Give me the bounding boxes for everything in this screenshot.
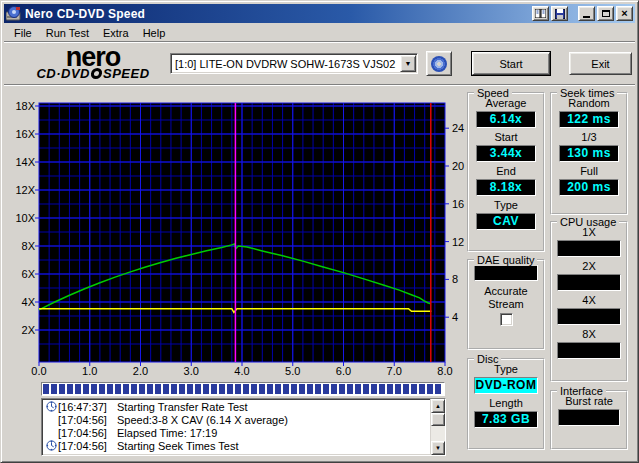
log-timestamp: [17:04:56] [58, 414, 113, 426]
y-right-tick-label: 16 [452, 199, 464, 210]
chevron-down-icon: ▼ [405, 60, 412, 67]
y-right-tick-label: 4 [452, 312, 458, 323]
log-timestamp: [16:47:37] [58, 401, 113, 413]
menu-help[interactable]: Help [136, 25, 173, 41]
dae-quality-display [474, 264, 538, 281]
dae-quality-group-title: DAE quality [474, 254, 537, 266]
random-seek-display: 122 ms [559, 111, 619, 128]
y-right-tick-label: 8 [452, 274, 458, 285]
scrollbar-track[interactable] [431, 426, 445, 441]
y-left-tick-label: 16X [7, 129, 35, 140]
cpu-usage-group: CPU usage 1X 2X 4X 8X [550, 221, 628, 382]
disc-group: Disc Type DVD-ROM Length 7.83 GB [467, 358, 545, 450]
log-box: [16:47:37]Starting Transfer Rate Test[17… [41, 398, 446, 456]
nero-cd-dvd-speed-window: Nero CD-DVD Speed × File Run Test Extra … [0, 0, 639, 463]
disc-length-label: Length [469, 397, 543, 410]
y-left-tick-label: 8X [7, 241, 35, 252]
clock-icon [44, 401, 58, 412]
save-button[interactable] [551, 6, 568, 21]
cpu-8x-label: 8X [552, 328, 626, 341]
cpu-usage-group-title: CPU usage [557, 216, 619, 228]
cpu-1x-display [557, 240, 621, 257]
average-speed-display: 6.14x [476, 111, 536, 128]
cd-dvd-speed-wordmark: CD·DVD SPEED [18, 67, 168, 80]
disc-type-display: DVD-ROM [474, 377, 538, 394]
menubar: File Run Test Extra Help [4, 24, 635, 43]
end-speed-label: End [469, 165, 543, 178]
log-message: Starting Seek Times Test [113, 440, 238, 452]
log-scrollbar[interactable]: ▲ ▼ [430, 399, 445, 455]
start-button[interactable]: Start [472, 52, 550, 75]
cpu-8x-display [557, 342, 621, 359]
floppy-icon [555, 9, 565, 19]
header: nero CD·DVD SPEED [1:0] LITE-ON DVDRW SO… [4, 43, 635, 86]
arrow-down-icon: ▼ [435, 445, 441, 451]
x-tick-label: 1.0 [78, 366, 102, 377]
logo-speed-text: SPEED [103, 67, 150, 80]
y-left-tick-label: 12X [7, 185, 35, 196]
x-tick-label: 7.0 [382, 366, 406, 377]
log-message: Elapsed Time: 17:19 [113, 427, 217, 439]
start-speed-label: Start [469, 131, 543, 144]
menu-extra[interactable]: Extra [96, 25, 136, 41]
scrollbar-thumb[interactable] [431, 413, 445, 426]
y-left-tick-label: 2X [7, 325, 35, 336]
log-lines: [16:47:37]Starting Transfer Rate Test[17… [42, 399, 430, 455]
dae-quality-group: DAE quality Accurate Stream [467, 259, 545, 350]
disc-length-display: 7.83 GB [474, 411, 538, 428]
y-right-tick-label: 20 [452, 161, 464, 172]
maximize-icon [602, 10, 610, 17]
x-tick-label: 0.0 [27, 366, 51, 377]
x-tick-label: 2.0 [129, 366, 153, 377]
cpu-4x-display [557, 308, 621, 325]
drive-select-arrow-button[interactable]: ▼ [400, 55, 416, 72]
transfer-rate-chart [31, 99, 457, 373]
app-icon [6, 6, 22, 21]
exit-button[interactable]: Exit [569, 52, 632, 75]
log-timestamp: [17:04:56] [58, 440, 113, 452]
x-tick-label: 6.0 [332, 366, 356, 377]
x-tick-label: 4.0 [230, 366, 254, 377]
maximize-button[interactable] [597, 6, 614, 21]
x-tick-label: 3.0 [179, 366, 203, 377]
y-left-tick-label: 10X [7, 213, 35, 224]
book-icon [535, 9, 546, 18]
full-seek-display: 200 ms [559, 179, 619, 196]
accurate-stream-checkbox[interactable] [500, 313, 513, 326]
log-message: Speed:3-8 X CAV (6.14 X average) [113, 414, 288, 426]
scroll-down-button[interactable]: ▼ [431, 441, 445, 455]
scroll-up-button[interactable]: ▲ [431, 399, 445, 413]
drive-select[interactable]: [1:0] LITE-ON DVDRW SOHW-1673S VJS02 ▼ [170, 53, 418, 74]
report-button[interactable] [532, 6, 549, 21]
accurate-stream-label-line2: Stream [469, 298, 543, 311]
logo-cd-dvd-text: CD·DVD [36, 67, 90, 80]
arrow-up-icon: ▲ [435, 403, 441, 409]
one-third-seek-display: 130 ms [559, 145, 619, 162]
log-line: [16:47:37]Starting Transfer Rate Test [44, 400, 430, 413]
log-line: [17:04:56]Elapsed Time: 17:19 [44, 426, 430, 439]
minimize-button[interactable] [578, 6, 595, 21]
seek-times-group-title: Seek times [557, 87, 617, 99]
window-title: Nero CD-DVD Speed [25, 7, 530, 21]
y-right-tick-label: 12 [452, 237, 464, 248]
menu-file[interactable]: File [7, 25, 39, 41]
speed-type-display: CAV [476, 213, 536, 230]
close-button[interactable]: × [616, 6, 633, 21]
eject-disc-button[interactable] [426, 51, 452, 76]
seek-times-group: Seek times Random 122 ms 1/3 130 ms Full… [550, 92, 628, 215]
y-left-tick-label: 4X [7, 297, 35, 308]
test-progress-bar [41, 382, 445, 396]
speed-type-label: Type [469, 199, 543, 212]
log-timestamp: [17:04:56] [58, 427, 113, 439]
start-speed-display: 3.44x [476, 145, 536, 162]
menu-run-test[interactable]: Run Test [39, 25, 96, 41]
x-tick-label: 8.0 [433, 366, 457, 377]
y-left-tick-label: 6X [7, 269, 35, 280]
drive-select-value: [1:0] LITE-ON DVDRW SOHW-1673S VJS02 [171, 58, 400, 70]
log-line: [17:04:56]Speed:3-8 X CAV (6.14 X averag… [44, 413, 430, 426]
titlebar[interactable]: Nero CD-DVD Speed × [4, 4, 635, 23]
accurate-stream-label-line1: Accurate [469, 285, 543, 298]
close-icon: × [621, 8, 627, 19]
cpu-2x-label: 2X [552, 260, 626, 273]
speed-group: Speed Average 6.14x Start 3.44x End 8.18… [467, 92, 545, 252]
